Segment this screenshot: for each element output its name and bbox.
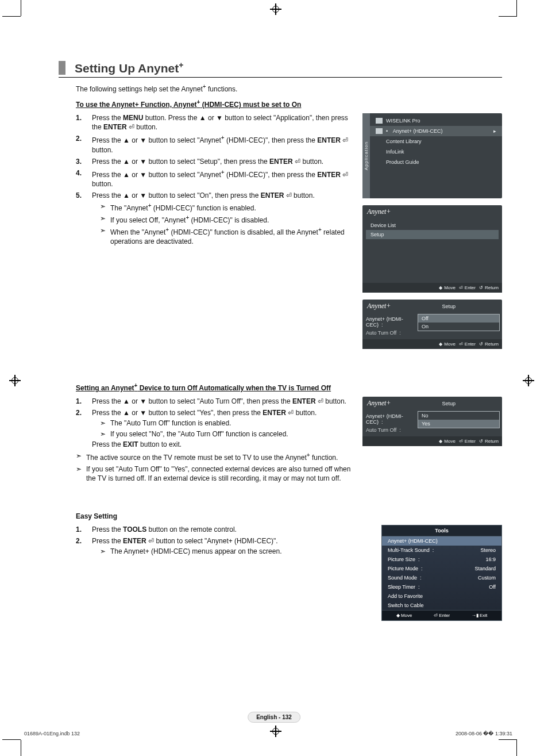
osd-application-menu: Application WISELINK Pro• Anynet+ (HDMI-…	[362, 113, 502, 198]
osd-setting-label: Auto Turn Off :	[366, 426, 412, 434]
step-number: 1.	[76, 525, 86, 534]
osd-brand: Anynet+	[362, 205, 502, 218]
osd-item-label: Content Library	[386, 139, 422, 144]
tools-row[interactable]: Switch to Cable	[382, 601, 501, 610]
registration-mark-icon	[270, 3, 281, 15]
intro-text: The following settings help set the Anyn…	[76, 83, 502, 93]
tools-row[interactable]: Add to Favorite	[382, 592, 501, 601]
footer-right: 2008-08-06 �� 1:39:31	[456, 731, 512, 736]
tools-label: Add to Favorite	[388, 593, 423, 599]
move-hint: ◆ Move	[439, 439, 456, 444]
tools-value: Stereo	[480, 547, 496, 553]
arrow-icon: ➣	[100, 429, 107, 439]
step-text: Press the ENTER ⏎ button to select "Anyn…	[92, 536, 354, 557]
crop-mark	[499, 16, 517, 17]
return-hint: ↺ Return	[479, 341, 499, 347]
subnote-text: When the "Anynet+ (HDMI-CEC)" function i…	[110, 226, 354, 246]
crop-mark	[516, 0, 517, 16]
step-text: Press the ▲ or ▼ button to select "Anyne…	[92, 168, 354, 189]
osd-setup-title: Setup	[395, 302, 502, 311]
step-text: Press the ▲ or ▼ button to select "Anyne…	[92, 134, 354, 154]
tools-row[interactable]: Sleep Timer :Off	[382, 582, 501, 592]
crop-mark	[21, 0, 21, 16]
step-item: 5.Press the ▲ or ▼ button to select "On"…	[76, 191, 354, 247]
osd-setup-autoturnoff: Anynet+ Setup Anynet+ (HDMI-CEC) :Auto T…	[362, 397, 502, 446]
print-footer: 01689A-01Eng.indb 132 2008-08-06 �� 1:39…	[24, 731, 512, 736]
osd-option-item[interactable]: No	[418, 412, 499, 420]
osd-item-label: InfoLink	[386, 149, 404, 155]
subnote-text: The "Anynet+ (HDMI-CEC)" function is ena…	[110, 202, 256, 213]
step-item: 3.Press the ▲ or ▼ button to select "Set…	[76, 157, 354, 166]
title-rule	[59, 77, 502, 78]
tools-row[interactable]: Sound Mode :Custom	[382, 573, 501, 582]
step-number: 3.	[76, 157, 86, 166]
section1-steps: 1.Press the MENU button. Press the ▲ or …	[76, 113, 354, 247]
step-number: 2.	[76, 536, 86, 557]
osd-menu-item[interactable]: Setup	[366, 230, 499, 239]
osd-footer: ◆ Move ⏎ Enter ↺ Return	[362, 339, 502, 349]
osd-option-item[interactable]: Off	[418, 314, 499, 323]
osd-setting-label: Anynet+ (HDMI-CEC) :	[366, 412, 412, 426]
page-root: Setting Up Anynet+ The following setting…	[0, 0, 548, 756]
tools-row[interactable]: Picture Mode :Standard	[382, 564, 501, 573]
step-item: 1.Press the MENU button. Press the ▲ or …	[76, 113, 354, 132]
crop-mark	[499, 739, 517, 740]
step-item: 4.Press the ▲ or ▼ button to select "Any…	[76, 168, 354, 189]
step-item: 1.Press the ▲ or ▼ button to select "Aut…	[76, 397, 354, 406]
arrow-icon: ➣	[100, 419, 107, 428]
osd-menu-item[interactable]: Content Library	[370, 136, 502, 147]
step-text: Press the ▲ or ▼ button to select "Auto …	[92, 397, 354, 406]
tools-label: Multi-Track Sound :	[388, 547, 434, 553]
tools-row[interactable]: Multi-Track Sound :Stereo	[382, 546, 501, 555]
osd-tools-panel: Tools Anynet+ (HDMI-CEC)Multi-Track Soun…	[381, 525, 502, 621]
move-hint: ◆ Move	[396, 613, 412, 618]
step-number: 1.	[76, 113, 86, 132]
step-item: 2.Press the ▲ or ▼ button to select "Any…	[76, 134, 354, 154]
tools-label: Switch to Cable	[388, 603, 424, 608]
step-text: Press the ▲ or ▼ button to select "On", …	[92, 191, 354, 247]
step-subnote: ➣If you select Off, "Anynet+ (HDMI-CEC)"…	[100, 214, 354, 225]
arrow-icon: ➣	[100, 202, 107, 213]
section-note: ➣The active source on the TV remote must…	[76, 451, 354, 462]
osd-option-item[interactable]: On	[418, 323, 499, 331]
footer-left: 01689A-01Eng.indb 132	[24, 731, 80, 736]
move-hint: ◆ Move	[439, 285, 456, 290]
page-title: Setting Up Anynet+	[59, 61, 502, 75]
enter-hint: ⏎ Enter	[459, 439, 476, 444]
step-subnote: ➣When the "Anynet+ (HDMI-CEC)" function …	[100, 226, 354, 246]
exit-hint: →▮ Exit	[472, 613, 488, 618]
osd-setting-label: Anynet+ (HDMI-CEC) :	[366, 315, 412, 329]
tools-label: Sound Mode :	[388, 575, 422, 581]
osd-item-label: Product Guide	[386, 159, 419, 165]
osd-menu-item[interactable]: • Anynet+ (HDMI-CEC)▸	[370, 126, 502, 136]
tools-row[interactable]: Anynet+ (HDMI-CEC)	[382, 536, 501, 546]
osd-menu-item[interactable]: InfoLink	[370, 147, 502, 157]
app-icon	[376, 118, 383, 124]
osd-footer: ◆ Move ⏎ Enter ↺ Return	[362, 283, 502, 293]
step-subnote: ➣The "Anynet+ (HDMI-CEC)" function is en…	[100, 202, 354, 213]
step-subnote: ➣The Anynet+ (HDMI-CEC) menus appear on …	[100, 547, 354, 556]
exit-line: Press the EXIT button to exit.	[92, 440, 354, 449]
registration-mark-icon	[9, 375, 21, 386]
enter-hint: ⏎ Enter	[434, 613, 450, 618]
step-number: 1.	[76, 397, 86, 406]
page-number-badge: English - 132	[248, 712, 300, 723]
osd-option-item[interactable]: Yes	[418, 420, 499, 428]
osd-menu-item[interactable]: WISELINK Pro	[370, 116, 502, 126]
osd-menu-item[interactable]: Device List	[366, 221, 499, 230]
osd-setup-title: Setup	[395, 399, 502, 408]
step-number: 4.	[76, 168, 86, 189]
osd-anynet-list: Anynet+ Device ListSetup ◆ Move ⏎ Enter …	[362, 205, 502, 293]
app-icon	[376, 128, 383, 134]
osd-menu-item[interactable]: Product Guide	[370, 157, 502, 167]
crop-mark	[2, 16, 21, 17]
arrow-icon: ➣	[100, 214, 107, 225]
subnote-text: If you select "No", the "Auto Turn Off" …	[110, 429, 288, 439]
chevron-right-icon: ▸	[493, 128, 496, 134]
osd-brand: Anynet+	[362, 397, 395, 410]
osd-item-label: WISELINK Pro	[386, 118, 420, 124]
section3-heading: Easy Setting	[76, 512, 502, 520]
section2-steps: 1.Press the ▲ or ▼ button to select "Aut…	[76, 397, 354, 449]
step-item: 2.Press the ENTER ⏎ button to select "An…	[76, 536, 354, 557]
tools-row[interactable]: Picture Size :16:9	[382, 555, 501, 564]
